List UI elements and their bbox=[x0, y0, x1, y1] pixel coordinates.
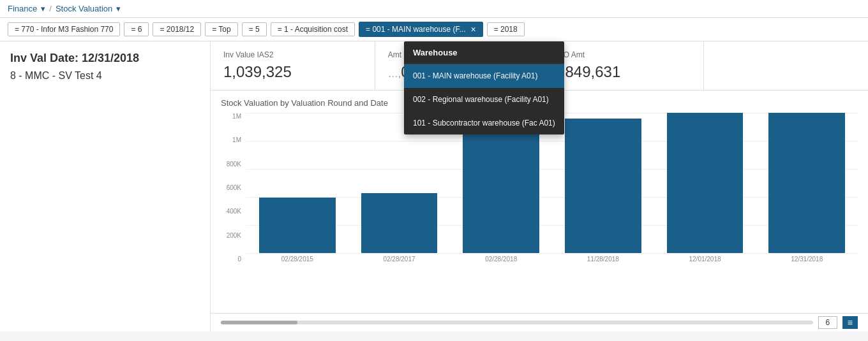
filter-chip-year[interactable]: = 2018 bbox=[487, 22, 525, 36]
finance-dropdown-icon[interactable]: ▾ bbox=[41, 4, 45, 13]
bar-date-label: 02/28/2018 bbox=[485, 256, 517, 263]
slider-value: 6 bbox=[818, 316, 837, 329]
finance-link[interactable]: Finance bbox=[8, 4, 37, 13]
chart-bar[interactable] bbox=[361, 193, 438, 253]
breadcrumb-sep: / bbox=[49, 4, 52, 13]
bar-date-label: 02/28/2015 bbox=[281, 256, 313, 263]
bar-date-label: 12/31/2018 bbox=[791, 256, 823, 263]
slider-thumb[interactable] bbox=[221, 321, 297, 324]
filter-chip-division[interactable]: = 6 bbox=[124, 22, 149, 36]
filter-chip-close-icon[interactable]: × bbox=[470, 24, 475, 34]
slider-menu-button[interactable]: ≡ bbox=[842, 316, 858, 329]
bar-date-label: 02/28/2017 bbox=[383, 256, 415, 263]
dropdown-header: Warehouse bbox=[404, 41, 564, 64]
bar-group: 12/31/2018 bbox=[756, 113, 858, 263]
bar-group: 02/28/2015 bbox=[246, 113, 348, 263]
bar-date-label: 11/28/2018 bbox=[587, 256, 619, 263]
dropdown-item-0[interactable]: 001 - MAIN warehouse (Facility A01) bbox=[404, 64, 564, 88]
card-inv-value-ias2: Inv Value IAS2 1,039,325 bbox=[211, 41, 375, 90]
inv-val-date: Inv Val Date: 12/31/2018 bbox=[10, 52, 200, 65]
chart-bar[interactable] bbox=[667, 113, 744, 253]
card-extra bbox=[704, 41, 868, 90]
breadcrumb: Finance ▾ / Stock Valuation ▾ bbox=[0, 0, 868, 18]
bar-group: 02/28/2018 bbox=[450, 113, 552, 263]
left-panel: Inv Val Date: 12/31/2018 8 - MMC - SV Te… bbox=[0, 41, 211, 331]
dropdown-item-1[interactable]: 002 - Regional warehouse (Facility A01) bbox=[404, 88, 564, 112]
filter-chip-acqcost[interactable]: = 1 - Acquisition cost bbox=[271, 22, 355, 36]
slider-track[interactable] bbox=[221, 321, 813, 324]
filter-chip-period[interactable]: = 2018/12 bbox=[153, 22, 201, 36]
filter-chip-valround[interactable]: = Top bbox=[205, 22, 237, 36]
filter-chip-company[interactable]: = 770 - Infor M3 Fashion 770 bbox=[8, 22, 120, 36]
card-lifo-label: LIFO Amt bbox=[553, 50, 691, 59]
card-inv-ias2-value: 1,039,325 bbox=[223, 63, 362, 81]
filter-chip-count[interactable]: = 5 bbox=[242, 22, 267, 36]
bar-group: 12/01/2018 bbox=[654, 113, 756, 263]
dropdown-item-2[interactable]: 101 - Subcontractor warehouse (Fac A01) bbox=[404, 112, 564, 135]
filter-bar: = 770 - Infor M3 Fashion 770= 6= 2018/12… bbox=[0, 18, 868, 41]
chart-plot: 02/28/201502/28/201702/28/201811/28/2018… bbox=[246, 113, 858, 263]
card-lifo-amt: LIFO Amt 3,849,631 bbox=[540, 41, 705, 90]
chart-container: 1M 1M 800K 600K 400K 200K 0 02/28/201502… bbox=[221, 113, 858, 282]
chart-bar[interactable] bbox=[565, 119, 641, 254]
chart-bar[interactable] bbox=[768, 113, 845, 253]
card-inv-ias2-label: Inv Value IAS2 bbox=[223, 50, 362, 59]
chart-bar[interactable] bbox=[463, 133, 539, 253]
bar-group: 11/28/2018 bbox=[552, 113, 654, 263]
filter-chip-warehouse[interactable]: = 001 - MAIN warehouse (F...× bbox=[359, 22, 483, 37]
y-axis: 1M 1M 800K 600K 400K 200K 0 bbox=[221, 113, 244, 263]
entity-label: 8 - MMC - SV Test 4 bbox=[10, 70, 200, 82]
bar-group: 02/28/2017 bbox=[348, 113, 451, 263]
stock-val-dropdown-icon[interactable]: ▾ bbox=[116, 4, 121, 13]
warehouse-dropdown: Warehouse 001 - MAIN warehouse (Facility… bbox=[404, 41, 564, 134]
bar-date-label: 12/01/2018 bbox=[689, 256, 721, 263]
chart-bar[interactable] bbox=[259, 198, 336, 253]
stock-valuation-link[interactable]: Stock Valuation bbox=[56, 4, 112, 13]
card-lifo-value: 3,849,631 bbox=[553, 63, 691, 81]
slider-area: 6 ≡ bbox=[211, 313, 868, 331]
